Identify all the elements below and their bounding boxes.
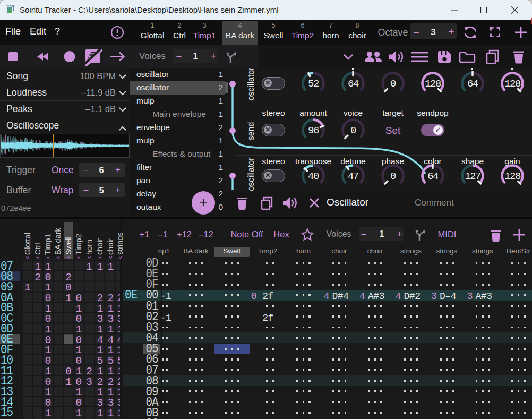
- svg-text:oscillator: oscillator: [246, 68, 255, 101]
- svg-text:send: send: [246, 122, 255, 141]
